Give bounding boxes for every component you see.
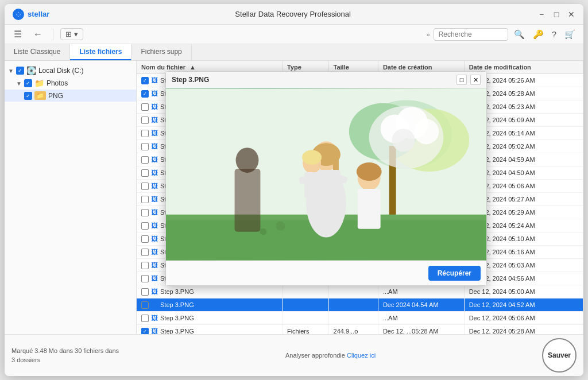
- table-row[interactable]: ✓ 🖼 Step 3.PNG Fichiers 244.9...o Dec 12…: [137, 325, 583, 335]
- tree-arrow-local-disk: ▼: [8, 68, 14, 74]
- row-check[interactable]: [141, 143, 149, 150]
- row-check[interactable]: [141, 156, 149, 164]
- file-icon: 🖼: [151, 182, 158, 190]
- row-check[interactable]: [141, 249, 149, 256]
- save-button[interactable]: Sauver: [542, 338, 577, 373]
- maximize-button[interactable]: □: [551, 9, 562, 20]
- cell-modified: Dec 12, 2024 05:00 AM: [464, 285, 583, 298]
- tree-check-photos[interactable]: ✓: [24, 79, 32, 87]
- svg-rect-28: [235, 169, 261, 232]
- table-row[interactable]: 🖼 Step 3.PNG ...AM Dec 12, 2024 05:00 AM: [137, 285, 583, 298]
- titlebar: stellar Stellar Data Recovery Profession…: [5, 4, 583, 25]
- view-button[interactable]: ⊞ ▾: [60, 28, 83, 40]
- preview-modal: Step 3.PNG □ ✕: [165, 71, 487, 286]
- svg-point-23: [302, 150, 322, 165]
- file-icon: 🖼: [151, 274, 158, 282]
- cell-name: 🖼 Step 3.PNG: [137, 285, 282, 298]
- cell-created: ...AM: [378, 285, 464, 298]
- cell-created: ...AM: [378, 312, 464, 325]
- row-check[interactable]: [141, 288, 149, 296]
- tree-item-photos[interactable]: ▼ ✓ 📁 Photos: [5, 77, 136, 90]
- row-check[interactable]: ✓: [141, 90, 149, 98]
- filename: Step 3.PNG: [160, 288, 194, 295]
- search-area: » 🔍 🔑 ? 🛒: [427, 28, 578, 41]
- file-icon: 🖼: [151, 156, 158, 164]
- cart-button[interactable]: 🛒: [562, 28, 578, 41]
- preview-close-button[interactable]: ✕: [470, 75, 481, 85]
- folder-icon-local-disk: 💽: [26, 66, 36, 75]
- status-text: Marqué 3.48 Mo dans 30 fichiers dans3 do…: [11, 346, 119, 365]
- tree-label-photos: Photos: [47, 79, 68, 87]
- cell-size: [328, 298, 378, 312]
- close-button[interactable]: ✕: [566, 9, 577, 20]
- cell-size: 244.9...o: [328, 325, 378, 335]
- window-controls: − □ ✕: [536, 9, 577, 20]
- statusbar: Marqué 3.48 Mo dans 30 fichiers dans3 do…: [5, 334, 583, 376]
- file-icon: 🖼: [151, 327, 158, 334]
- file-icon: 🖼: [151, 195, 158, 203]
- row-check[interactable]: [141, 315, 149, 322]
- tab-fichiers-supp[interactable]: Fichiers supp: [131, 44, 191, 60]
- more-icon: »: [427, 31, 430, 38]
- row-check[interactable]: [141, 103, 149, 111]
- cell-modified: Dec 12, 2024 05:06 AM: [464, 312, 583, 325]
- save-btn-container: Sauver: [542, 338, 577, 373]
- analyze-link[interactable]: Cliquez ici: [347, 352, 376, 359]
- table-row[interactable]: 🖼 Step 3.PNG Dec 2024 04.54 AM Dec 12, 2…: [137, 298, 583, 312]
- row-check[interactable]: [141, 301, 149, 309]
- row-check[interactable]: [141, 117, 149, 124]
- menu-button[interactable]: ☰: [10, 28, 25, 41]
- file-icon: 🖼: [151, 208, 158, 216]
- tree-item-png[interactable]: ✓ 📁 PNG: [5, 90, 136, 102]
- row-check[interactable]: [141, 196, 149, 203]
- svg-rect-24: [304, 172, 322, 198]
- row-check[interactable]: [141, 262, 149, 269]
- tree-label-png: PNG: [48, 92, 63, 100]
- back-button[interactable]: ←: [30, 28, 46, 41]
- file-icon: 🖼: [151, 222, 158, 230]
- chevron-down-icon: ▾: [74, 30, 78, 38]
- file-icon: 🖼: [151, 248, 158, 256]
- row-check[interactable]: [141, 130, 149, 137]
- table-row[interactable]: 🖼 Step 3.PNG ...AM Dec 12, 2024 05:06 AM: [137, 312, 583, 325]
- cell-name: 🖼 Step 3.PNG: [137, 298, 282, 312]
- tree-check-local-disk[interactable]: ✓: [16, 67, 24, 75]
- preview-title: Step 3.PNG: [172, 76, 209, 84]
- file-icon: 🖼: [151, 103, 158, 111]
- row-check[interactable]: ✓: [141, 77, 149, 84]
- file-icon: 🖼: [151, 76, 158, 84]
- key-button[interactable]: 🔑: [531, 28, 546, 41]
- row-check[interactable]: [141, 275, 149, 282]
- search-input[interactable]: [434, 28, 508, 41]
- help-button[interactable]: ?: [550, 28, 559, 40]
- preview-footer: Récupérer: [166, 261, 486, 285]
- row-check[interactable]: [141, 235, 149, 243]
- svg-point-31: [260, 228, 266, 235]
- tree-item-local-disk[interactable]: ▼ ✓ 💽 Local Disk (C:): [5, 64, 136, 77]
- row-check[interactable]: [141, 209, 149, 216]
- preview-svg: [166, 88, 486, 261]
- search-button[interactable]: 🔍: [512, 28, 527, 41]
- row-check[interactable]: ✓: [141, 328, 149, 335]
- svg-rect-27: [358, 189, 381, 229]
- tab-liste-fichiers[interactable]: Liste fichiers: [70, 44, 131, 60]
- svg-point-26: [357, 162, 382, 181]
- tree-check-png[interactable]: ✓: [24, 92, 32, 100]
- preview-maximize-button[interactable]: □: [457, 75, 467, 85]
- folder-icon-png: 📁: [34, 91, 46, 100]
- analyze-text: Analyser approfondie Cliquez ici: [285, 352, 376, 359]
- tabbar: Liste Classique Liste fichiers Fichiers …: [5, 44, 583, 61]
- file-icon: 🖼: [151, 314, 158, 322]
- cell-modified: Dec 12, 2024 04:52 AM: [464, 298, 583, 312]
- row-check[interactable]: [141, 183, 149, 190]
- preview-titlebar: Step 3.PNG □ ✕: [166, 72, 486, 88]
- file-icon: 🖼: [151, 261, 158, 269]
- app-name: stellar: [28, 10, 49, 18]
- recover-button[interactable]: Récupérer: [428, 266, 481, 281]
- row-check[interactable]: [141, 169, 149, 177]
- minimize-button[interactable]: −: [536, 9, 547, 20]
- main-window: stellar Stellar Data Recovery Profession…: [5, 4, 583, 376]
- row-check[interactable]: [141, 222, 149, 230]
- file-icon: 🖼: [151, 288, 158, 296]
- tab-liste-classique[interactable]: Liste Classique: [5, 44, 70, 60]
